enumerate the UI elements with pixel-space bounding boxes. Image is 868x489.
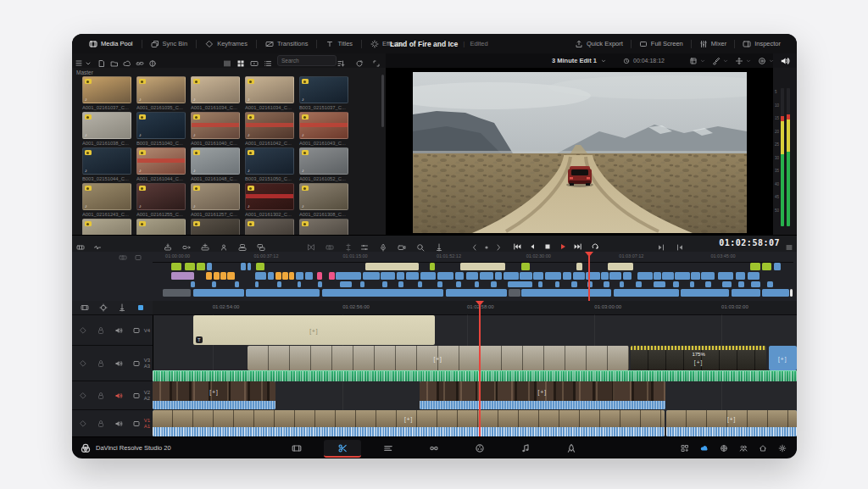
minimap-clip[interactable] — [420, 272, 436, 280]
minimap-clip[interactable] — [654, 272, 660, 280]
page-fairlight[interactable] — [507, 440, 544, 456]
media-clip[interactable]: ♪ — [136, 219, 187, 235]
title-clip[interactable]: [+]T — [193, 315, 435, 345]
minimap-clip[interactable] — [722, 281, 732, 287]
minimap-clip[interactable] — [296, 272, 304, 280]
minimap-clip[interactable] — [538, 281, 542, 287]
minimap-clip[interactable] — [475, 281, 479, 287]
minimap-clip[interactable] — [673, 281, 679, 287]
media-clip[interactable]: ♪ A001_02161043_C... — [299, 112, 350, 146]
media-clip[interactable]: ♪ A001_02161038_C... — [82, 112, 133, 146]
crosshair-icon[interactable] — [99, 303, 108, 312]
minimap-clip[interactable] — [248, 263, 252, 270]
retimed-clip[interactable]: 175%[+] — [631, 346, 766, 370]
minimap-clip[interactable] — [790, 289, 793, 297]
media-clip[interactable]: ♪ — [245, 219, 296, 235]
media-clip[interactable]: ♪ B003_02151050_C... — [245, 147, 296, 181]
minimap-playhead[interactable] — [588, 252, 590, 301]
minimap-clip[interactable] — [381, 272, 395, 280]
video-audio-clip[interactable]: [+] — [666, 410, 797, 436]
track-header-v4[interactable]: V4 — [72, 315, 153, 346]
minimap-clip[interactable] — [329, 272, 335, 280]
lock-icon[interactable] — [97, 392, 105, 400]
minimap-clip[interactable] — [762, 289, 789, 297]
minimap-clip[interactable] — [456, 281, 460, 287]
monitor-icon[interactable] — [134, 253, 142, 262]
dissolve-icon[interactable] — [119, 253, 127, 262]
minimap-clip[interactable] — [241, 263, 245, 270]
minimap-clip[interactable] — [289, 272, 294, 280]
track-header-v3[interactable]: V3A3 — [72, 346, 153, 381]
minimap-clip[interactable] — [563, 272, 572, 280]
scrollbar[interactable] — [381, 75, 384, 127]
remote-icon[interactable] — [681, 441, 689, 456]
minimap-clip[interactable] — [555, 281, 559, 287]
auto-select-icon[interactable] — [79, 420, 87, 428]
track-header-v1[interactable]: V1A1 — [72, 410, 153, 437]
minimap-clip[interactable] — [690, 281, 694, 287]
minimap-clip[interactable] — [437, 281, 443, 287]
media-clip[interactable]: ♪ A001_02161048_C... — [191, 147, 242, 181]
video-clip[interactable]: [+] — [769, 346, 797, 370]
monitor-icon[interactable] — [132, 392, 141, 400]
minimap-clip[interactable] — [573, 272, 585, 280]
media-clip[interactable]: ♪ A001_02161037_C... — [82, 76, 133, 110]
minimap-clip[interactable] — [620, 281, 624, 287]
minimap-clip[interactable] — [691, 272, 700, 280]
minimap-clip[interactable] — [762, 263, 771, 270]
full-screen-button[interactable]: Full Screen — [632, 34, 691, 53]
minimap-clip[interactable] — [491, 281, 497, 287]
minimap-clip[interactable] — [207, 263, 213, 270]
monitor-icon[interactable] — [132, 420, 141, 428]
cloud-sync-icon[interactable] — [700, 441, 709, 456]
minimap-clip[interactable] — [206, 272, 213, 280]
speaker-icon[interactable] — [114, 359, 123, 368]
minimap-clip[interactable] — [191, 281, 195, 287]
minimap-clip[interactable] — [298, 281, 302, 287]
minimap-clip[interactable] — [748, 272, 760, 280]
minimap-clip[interactable] — [480, 272, 494, 280]
page-color[interactable] — [461, 440, 498, 456]
lock-icon[interactable] — [97, 359, 105, 368]
lock-icon[interactable] — [97, 326, 105, 335]
media-clip[interactable]: ♪ A001_02161040_C... — [191, 112, 242, 146]
minimap-clip[interactable] — [466, 272, 478, 280]
minimap-clip[interactable] — [268, 272, 274, 280]
minimap-clip[interactable] — [318, 281, 322, 287]
media-clip[interactable]: ♪ A001_02161257_C... — [191, 183, 242, 217]
minimap-clip[interactable] — [246, 289, 319, 297]
media-clip[interactable]: ♪ B003_02151044_C... — [82, 147, 133, 181]
minimap-clip[interactable] — [750, 263, 760, 270]
minimap-clip[interactable] — [509, 289, 520, 297]
minimap-clip[interactable] — [322, 289, 444, 297]
minimap-clip[interactable] — [521, 289, 611, 297]
tab-titles[interactable]: Titles — [317, 34, 361, 53]
minimap-clip[interactable] — [455, 272, 465, 280]
search-input[interactable] — [277, 55, 337, 66]
minimap-clip[interactable] — [185, 263, 195, 270]
minimap-clip[interactable] — [305, 272, 313, 280]
proxy-icon[interactable] — [720, 441, 728, 456]
minimap-clip[interactable] — [256, 263, 264, 270]
minimap-clip[interactable] — [336, 272, 360, 280]
minimap-clip[interactable] — [495, 272, 502, 280]
media-clip[interactable]: ♪ — [191, 219, 242, 235]
minimap-clip[interactable] — [227, 272, 234, 280]
minimap-clip[interactable] — [193, 289, 244, 297]
quick-export-button[interactable]: Quick Export — [567, 34, 631, 53]
minimap-clip[interactable] — [163, 289, 191, 297]
minimap-clip[interactable] — [365, 263, 419, 270]
minimap-clip[interactable] — [397, 272, 404, 280]
minimap-clip[interactable] — [282, 272, 287, 280]
minimap-clip[interactable] — [623, 272, 632, 280]
media-clip[interactable]: ♪ A001_02161302_C... — [245, 183, 296, 217]
media-clip[interactable]: ♪ A001_02161052_C... — [299, 147, 350, 181]
minimap-clip[interactable] — [774, 263, 781, 270]
minimap-clip[interactable] — [171, 272, 194, 280]
minimap-clip[interactable] — [736, 272, 745, 280]
transform-icon-button[interactable] — [735, 57, 752, 65]
media-clip[interactable]: ♪ A001_02161034_C... — [191, 76, 242, 110]
page-media[interactable] — [278, 440, 315, 456]
brush-icon-button[interactable] — [712, 57, 729, 65]
minimap-clip[interactable] — [430, 263, 436, 270]
